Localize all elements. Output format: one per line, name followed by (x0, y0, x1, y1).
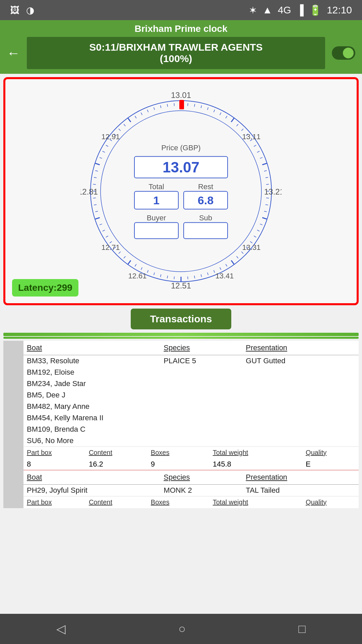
boat-name-6: BM454, Kelly Marena II (27, 414, 355, 422)
price-value[interactable]: 13.07 (134, 156, 228, 178)
clock-area: 13.01 12.51 12.81 13.21 12.91 13.11 12.7… (3, 77, 359, 305)
det-col-partbox-1: Part box (27, 449, 89, 457)
svg-text:12.81: 12.81 (80, 187, 98, 196)
sub-input[interactable] (183, 222, 228, 239)
boat-name-4: BM5, Dee J (27, 391, 355, 399)
total-value[interactable]: 1 (134, 191, 179, 210)
svg-line-40 (194, 276, 195, 278)
rest-item: Rest 6.8 (183, 182, 228, 210)
svg-line-43 (174, 276, 174, 279)
toggle-button[interactable] (332, 46, 355, 60)
side-bar (3, 341, 23, 508)
transactions-button[interactable]: Transactions (131, 309, 231, 329)
svg-line-55 (106, 236, 108, 237)
svg-line-80 (167, 104, 168, 107)
total-rest-row: Total 1 Rest 6.8 (134, 182, 228, 210)
green-separator-1 (3, 333, 359, 336)
col-header-pres-1: Presentation (246, 343, 355, 352)
table-row: SU6, No More (23, 435, 359, 446)
svg-line-10 (231, 118, 234, 122)
svg-line-24 (265, 205, 268, 205)
svg-line-75 (135, 116, 136, 118)
svg-line-25 (264, 211, 267, 212)
svg-text:12.91: 12.91 (101, 132, 120, 141)
clock-time: 12:10 (327, 4, 352, 16)
signal-icon: ▐ (297, 4, 304, 16)
latency-badge: Latency:299 (12, 279, 78, 297)
svg-line-23 (266, 198, 269, 198)
det-col-boxes-1: Boxes (151, 449, 213, 457)
back-nav-icon[interactable]: ◁ (56, 622, 66, 636)
pres-1: GUT Gutted (246, 357, 355, 365)
svg-line-21 (266, 184, 269, 184)
svg-line-32 (241, 252, 243, 254)
detail-header-row-1: Part box Content Boxes Total weight Qual… (23, 446, 359, 459)
svg-line-56 (103, 230, 105, 231)
col-header-species-1: Species (164, 343, 246, 352)
sub-item: Sub (183, 214, 228, 239)
table-row: BM33, Resolute PLAICE 5 GUT Gutted (23, 355, 359, 367)
recent-nav-icon[interactable]: □ (298, 622, 306, 636)
table-header-row-2: Boat Species Presentation (23, 470, 359, 485)
detail-header-row-2: Part box Content Boxes Total weight Qual… (23, 496, 359, 508)
svg-line-39 (201, 274, 202, 277)
col-header-boat-2: Boat (27, 473, 164, 482)
svg-line-52 (119, 252, 121, 254)
svg-line-58 (95, 218, 100, 219)
table-header-row-1: Boat Species Presentation (23, 341, 359, 355)
svg-text:12.51: 12.51 (171, 281, 191, 290)
table-row: PH29, Joyful Spirit MONK 2 TAL Tailed (23, 485, 359, 496)
species-1: PLAICE 5 (164, 357, 246, 365)
svg-line-57 (100, 224, 102, 225)
svg-line-47 (147, 270, 148, 273)
svg-line-63 (93, 184, 96, 184)
boat-name-t2: PH29, Joyful Spirit (27, 486, 164, 495)
sub-label: Sub (199, 214, 212, 222)
svg-line-38 (207, 273, 208, 275)
pres-t2: TAL Tailed (246, 486, 355, 495)
svg-text:12.61: 12.61 (128, 272, 146, 280)
table-row: BM5, Dee J (23, 389, 359, 401)
buyer-input[interactable] (134, 222, 179, 239)
svg-line-48 (141, 267, 142, 270)
table-row: BM482, Mary Anne (23, 401, 359, 412)
svg-line-19 (264, 171, 267, 171)
svg-line-12 (241, 129, 243, 131)
det-col-quality-1: Quality (306, 449, 355, 457)
green-separator-2 (3, 337, 359, 339)
svg-line-67 (100, 157, 102, 158)
svg-line-30 (250, 241, 252, 243)
table-row: BM109, Brenda C (23, 424, 359, 435)
bottom-nav: ◁ ○ □ (0, 614, 362, 644)
rest-value[interactable]: 6.8 (183, 191, 228, 210)
det-col-partbox-2: Part box (27, 498, 89, 506)
svg-text:13.11: 13.11 (242, 132, 260, 141)
svg-text:12.71: 12.71 (101, 243, 120, 252)
boat-name-7: BM109, Brenda C (27, 425, 355, 434)
svg-text:13.01: 13.01 (171, 91, 191, 100)
svg-line-8 (220, 113, 221, 115)
boat-name-3: BM234, Jade Star (27, 379, 355, 388)
det-col-content-2: Content (89, 498, 151, 506)
det-val-totalw-1: 145.8 (213, 460, 306, 469)
svg-line-49 (135, 264, 136, 266)
toggle-circle (343, 48, 354, 58)
status-bar: 🖼 ◑ ✶ ▲ 4G ▐ 🔋 12:10 (0, 0, 362, 20)
svg-line-66 (95, 163, 100, 165)
network-label: 4G (278, 4, 291, 16)
svg-line-61 (93, 198, 96, 198)
top-nav: ← S0:11/BRIXHAM TRAWLER AGENTS (100%) (7, 37, 355, 69)
session-label: S0:11/BRIXHAM TRAWLER AGENTS (100%) (27, 37, 325, 69)
back-button[interactable]: ← (7, 46, 20, 61)
status-icons-right: ✶ ▲ 4G ▐ 🔋 12:10 (249, 4, 352, 16)
det-val-content-1: 16.2 (89, 460, 151, 469)
svg-line-20 (265, 177, 268, 178)
svg-line-74 (128, 118, 131, 122)
buyer-item: Buyer (134, 214, 179, 239)
svg-line-59 (95, 211, 98, 212)
buyer-sub-row: Buyer Sub (134, 214, 228, 239)
home-nav-icon[interactable]: ○ (178, 622, 186, 636)
svg-line-16 (257, 151, 259, 153)
svg-line-11 (237, 124, 238, 126)
svg-line-60 (94, 205, 97, 205)
